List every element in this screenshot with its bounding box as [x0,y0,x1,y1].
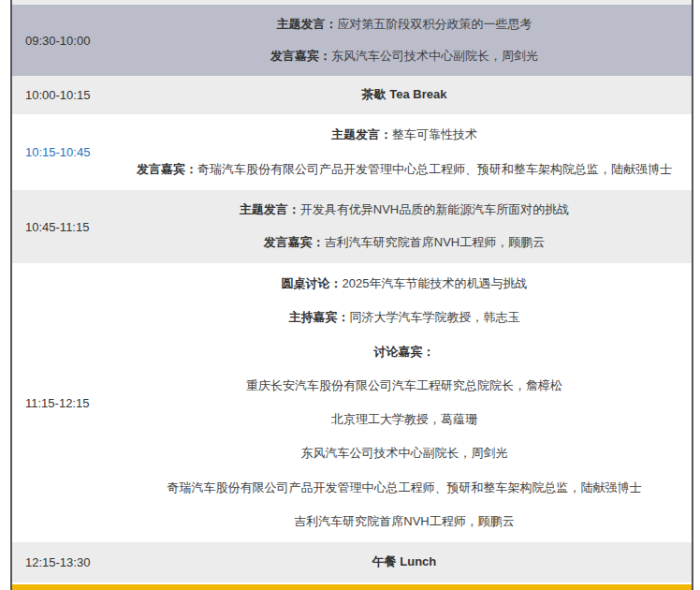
time-slot-0930-1000: 09:30-10:00 [12,5,117,76]
session-title: 主题发言：应对第五阶段双积分政策的一些思考 [124,17,684,32]
session-speaker-text: 奇瑞汽车股份有限公司产品开发管理中心总工程师、预研和整车架构院总监，陆献强博士 [197,162,672,176]
time-slot-1015-1045-link[interactable]: 10:15-10:45 [12,114,117,190]
time-label: 10:00-10:15 [25,88,90,102]
session-content: 主题发言：整车可靠性技术 发言嘉宾：奇瑞汽车股份有限公司产品开发管理中心总工程师… [117,114,692,190]
session-content: 茶歇 Tea Break [117,76,692,114]
panelist-item: 北京理工大学教授，葛蕴珊 [124,412,684,427]
lunch-title: 午餐 Lunch [124,554,684,569]
roundtable-title-text: 2025年汽车节能技术的机遇与挑战 [343,276,528,290]
panelist-text: 重庆长安汽车股份有限公司汽车工程研究总院院长，詹樟松 [246,378,562,392]
session-title-text: 整车可靠性技术 [392,127,477,141]
session-title-label: 主题发言： [277,17,338,31]
roundtable-moderator-label: 主持嘉宾： [289,310,350,324]
session-speaker-text: 吉利汽车研究院首席NVH工程师，顾鹏云 [325,235,545,249]
session-content: 主题发言：开发具有优异NVH品质的新能源汽车所面对的挑战 发言嘉宾：吉利汽车研究… [117,190,692,263]
panelist-item: 东风汽车公司技术中心副院长，周剑光 [124,446,684,461]
roundtable-panelists-heading: 讨论嘉宾： [124,345,684,360]
session-title-label: 主题发言： [240,202,300,216]
session-row-keynote-2: 10:15-10:45 主题发言：整车可靠性技术 发言嘉宾：奇瑞汽车股份有限公司… [12,114,692,190]
session-speaker: 发言嘉宾：东风汽车公司技术中心副院长，周剑光 [124,49,684,64]
time-slot-1215-1330: 12:15-13:30 [12,542,117,583]
session-speaker-text: 东风汽车公司技术中心副院长，周剑光 [331,49,538,63]
panelist-text: 奇瑞汽车股份有限公司产品开发管理中心总工程师、预研和整车架构院总监，陆献强博士 [168,480,642,494]
session-title: 主题发言：整车可靠性技术 [124,127,684,142]
session-title-label: 主题发言： [331,127,392,141]
session-row-lunch: 12:15-13:30 午餐 Lunch [12,542,692,583]
time-slot-1045-1115: 10:45-11:15 [12,190,117,263]
session-content: 圆桌讨论：2025年汽车节能技术的机遇与挑战 主持嘉宾：同济大学汽车学院教授，韩… [117,263,692,542]
session-row-tea-break: 10:00-10:15 茶歇 Tea Break [12,76,692,114]
session-speaker-label: 发言嘉宾： [264,235,325,249]
roundtable-title: 圆桌讨论：2025年汽车节能技术的机遇与挑战 [124,276,684,291]
time-label: 09:30-10:00 [25,34,90,48]
time-label: 10:45-11:15 [25,220,89,234]
session-title: 主题发言：开发具有优异NVH品质的新能源汽车所面对的挑战 [124,202,684,217]
roundtable-panelists-heading-label: 讨论嘉宾： [374,345,435,359]
roundtable-moderator: 主持嘉宾：同济大学汽车学院教授，韩志玉 [124,310,684,325]
roundtable-title-label: 圆桌讨论： [282,276,343,290]
time-slot-1000-1015: 10:00-10:15 [12,76,117,114]
time-label: 11:15-12:15 [25,396,89,410]
session-speaker: 发言嘉宾：奇瑞汽车股份有限公司产品开发管理中心总工程师、预研和整车架构院总监，陆… [124,162,684,177]
time-label[interactable]: 10:15-10:45 [25,145,90,159]
panelist-item: 奇瑞汽车股份有限公司产品开发管理中心总工程师、预研和整车架构院总监，陆献强博士 [124,480,684,495]
panelist-item: 重庆长安汽车股份有限公司汽车工程研究总院院长，詹樟松 [124,378,684,393]
agenda-table: 09:30-10:00 主题发言：应对第五阶段双积分政策的一些思考 发言嘉宾：东… [10,0,693,590]
break-title: 茶歇 Tea Break [124,87,684,102]
session-row-roundtable: 11:15-12:15 圆桌讨论：2025年汽车节能技术的机遇与挑战 主持嘉宾：… [12,263,692,542]
panelist-item: 吉利汽车研究院首席NVH工程师，顾鹏云 [124,514,684,529]
time-slot-1115-1215: 11:15-12:15 [12,263,117,542]
break-title-label: 茶歇 Tea Break [362,87,447,101]
session-speaker: 发言嘉宾：吉利汽车研究院首席NVH工程师，顾鹏云 [124,235,684,250]
session-title-text: 开发具有优异NVH品质的新能源汽车所面对的挑战 [300,202,569,216]
conference-agenda-page: 09:30-10:00 主题发言：应对第五阶段双积分政策的一些思考 发言嘉宾：东… [0,0,700,590]
roundtable-moderator-text: 同济大学汽车学院教授，韩志玉 [350,310,520,324]
lunch-title-label: 午餐 Lunch [372,554,437,568]
time-label: 12:15-13:30 [25,555,90,569]
session-content: 主题发言：应对第五阶段双积分政策的一些思考 发言嘉宾：东风汽车公司技术中心副院长… [117,5,692,76]
panelist-text: 东风汽车公司技术中心副院长，周剑光 [301,446,508,460]
session-title-text: 应对第五阶段双积分政策的一些思考 [338,17,532,31]
session-speaker-label: 发言嘉宾： [270,49,331,63]
session-row-keynote-1: 09:30-10:00 主题发言：应对第五阶段双积分政策的一些思考 发言嘉宾：东… [12,5,692,76]
panelist-text: 吉利汽车研究院首席NVH工程师，顾鹏云 [294,514,514,528]
bottom-accent-bar [12,584,692,590]
session-speaker-label: 发言嘉宾： [137,162,197,176]
panelist-text: 北京理工大学教授，葛蕴珊 [331,412,477,426]
session-content: 午餐 Lunch [117,542,692,583]
session-row-keynote-3: 10:45-11:15 主题发言：开发具有优异NVH品质的新能源汽车所面对的挑战… [12,190,692,263]
